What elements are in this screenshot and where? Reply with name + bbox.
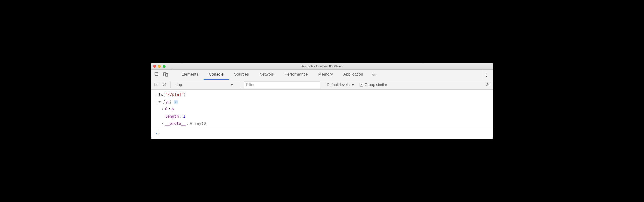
devtools-window: DevTools - localhost:8080/web/ Elements … bbox=[151, 63, 493, 139]
prop-sep: : bbox=[180, 113, 182, 120]
svg-line-7 bbox=[164, 83, 166, 85]
traffic-lights bbox=[153, 65, 166, 68]
console-result-row: ‹ [p] i 0: p length: 1 bbox=[151, 98, 493, 127]
console-prompt-row[interactable]: › bbox=[151, 129, 493, 137]
prop-val: p bbox=[172, 106, 174, 113]
result-line-1[interactable]: length: 1 bbox=[162, 113, 490, 120]
prop-key: length bbox=[165, 113, 179, 120]
minimize-window-button[interactable] bbox=[158, 65, 161, 68]
tab-network[interactable]: Network bbox=[254, 70, 280, 80]
info-badge-icon[interactable]: i bbox=[174, 100, 178, 104]
tab-memory[interactable]: Memory bbox=[313, 70, 338, 80]
prop-sep: : bbox=[187, 120, 189, 127]
execution-context-select[interactable]: top ▼ bbox=[174, 81, 236, 88]
prop-val: Array(0) bbox=[190, 120, 208, 127]
device-toolbar-icon[interactable] bbox=[163, 72, 168, 78]
log-levels-select[interactable]: Default levels ▼ bbox=[324, 83, 355, 87]
console-toolbar: top ▼ Default levels ▼ ✓ Group similar bbox=[151, 80, 493, 90]
disclosure-triangle-icon[interactable] bbox=[162, 108, 163, 110]
disclosure-triangle-open-icon[interactable] bbox=[158, 101, 161, 103]
result-bracket-open: [ bbox=[163, 98, 165, 106]
result-line-2[interactable]: __proto__: Array(0) bbox=[162, 120, 490, 127]
expr-close: ) bbox=[184, 92, 186, 97]
svg-point-8 bbox=[487, 84, 488, 85]
inspect-element-icon[interactable] bbox=[154, 72, 159, 78]
log-levels-label: Default levels bbox=[327, 83, 350, 87]
panel-tabs: Elements Console Sources Network Perform… bbox=[176, 70, 368, 80]
result-line-0[interactable]: 0: p bbox=[162, 106, 490, 113]
chevron-down-icon: ▼ bbox=[230, 83, 234, 87]
group-similar-label: Group similar bbox=[364, 83, 387, 87]
input-caret-icon: › bbox=[154, 91, 158, 98]
tab-application[interactable]: Application bbox=[338, 70, 368, 80]
prop-key: 0 bbox=[165, 106, 168, 113]
tab-performance[interactable]: Performance bbox=[280, 70, 313, 80]
execution-context-label: top bbox=[177, 83, 182, 87]
clear-console-icon[interactable] bbox=[162, 82, 166, 87]
filter-input[interactable] bbox=[244, 81, 320, 88]
prop-val: 1 bbox=[183, 113, 185, 120]
prompt-caret-icon: › bbox=[154, 129, 158, 137]
result-bracket-close: ] bbox=[169, 98, 172, 106]
titlebar: DevTools - localhost:8080/web/ bbox=[151, 63, 493, 70]
chevron-down-icon: ▼ bbox=[351, 83, 355, 87]
output-caret-icon: ‹ bbox=[154, 98, 158, 106]
result-summary[interactable]: [p] i bbox=[158, 98, 490, 106]
console-settings-icon[interactable] bbox=[486, 82, 490, 87]
svg-rect-4 bbox=[154, 83, 158, 86]
text-cursor bbox=[159, 129, 159, 134]
close-window-button[interactable] bbox=[153, 65, 156, 68]
console-output: › $x("//p[a]") ‹ [p] i 0: p bbox=[151, 90, 493, 139]
console-sidebar-toggle-icon[interactable] bbox=[154, 82, 158, 87]
prop-key: __proto__ bbox=[165, 120, 186, 127]
main-tabbar: Elements Console Sources Network Perform… bbox=[151, 70, 493, 80]
settings-menu-button[interactable]: ⋮ bbox=[483, 70, 490, 80]
expr-arg: "//p[a]" bbox=[165, 92, 184, 97]
prop-sep: : bbox=[168, 106, 171, 113]
zoom-window-button[interactable] bbox=[163, 65, 166, 68]
more-tabs-button[interactable] bbox=[368, 70, 379, 80]
expr-fn: $x bbox=[158, 92, 163, 97]
result-element: p bbox=[166, 98, 168, 106]
divider bbox=[151, 128, 493, 128]
tab-elements[interactable]: Elements bbox=[176, 70, 204, 80]
window-title: DevTools - localhost:8080/web/ bbox=[151, 64, 493, 68]
svg-rect-2 bbox=[166, 73, 168, 76]
group-similar-checkbox[interactable]: ✓ bbox=[360, 83, 363, 86]
tab-console[interactable]: Console bbox=[204, 70, 229, 80]
disclosure-triangle-icon[interactable] bbox=[162, 122, 163, 125]
tab-sources[interactable]: Sources bbox=[229, 70, 254, 80]
console-input-row: › $x("//p[a]") bbox=[151, 91, 493, 98]
expr-open: ( bbox=[163, 92, 165, 97]
